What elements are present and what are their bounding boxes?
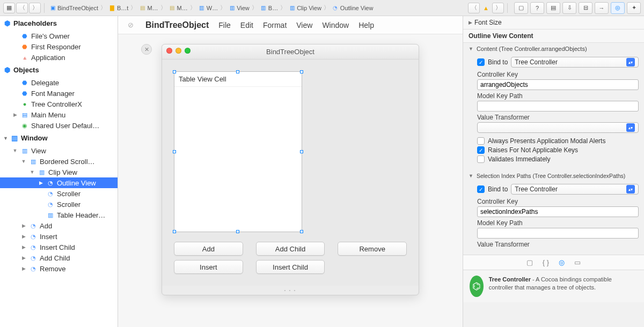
font-size-row[interactable]: ▶Font Size bbox=[463, 16, 644, 29]
lib-code-icon[interactable]: { } bbox=[543, 258, 549, 266]
menu-file[interactable]: File bbox=[218, 21, 231, 29]
extra-insert-child[interactable]: ▶◔Insert Child bbox=[0, 242, 118, 252]
size-inspector-icon[interactable]: ⊟ bbox=[579, 2, 592, 14]
object-tree-controller[interactable]: ●Tree ControllerX bbox=[0, 99, 118, 109]
bindings-inspector: ▶Font Size Outline View Content ▼Content… bbox=[463, 16, 644, 327]
object-font-manager[interactable]: ⬣Font Manager bbox=[0, 88, 118, 99]
traffic-zoom-icon[interactable] bbox=[185, 48, 191, 54]
traffic-close-icon[interactable] bbox=[166, 48, 172, 54]
insert-button[interactable]: Insert bbox=[174, 260, 243, 274]
warning-icon: ▲ bbox=[483, 5, 489, 11]
selection-binding-header[interactable]: ▼Selection Index Paths (Tree Controller.… bbox=[463, 170, 644, 182]
related-items-icon[interactable]: ▦ bbox=[3, 3, 15, 13]
close-doc-icon[interactable]: ⊘ bbox=[128, 21, 134, 29]
outline-view-item[interactable]: ▶◔Outline View bbox=[0, 177, 118, 188]
top-toolbar: ▦ 〈 〉 ▣BindTreeObject〉 ▇B…t〉 ▤M…〉 ▤M…〉 ▥… bbox=[0, 0, 644, 16]
extra-remove[interactable]: ▶◔Remove bbox=[0, 263, 118, 274]
nav-back-button[interactable]: 〈 bbox=[16, 3, 28, 13]
menu-help[interactable]: Help bbox=[358, 21, 374, 29]
opt-modal-alerts-checkbox[interactable] bbox=[477, 137, 485, 145]
editor-canvas: ⊘ BindTreeObject File Edit Format View W… bbox=[118, 16, 463, 327]
outline-view-preview[interactable]: Table View Cell bbox=[174, 71, 302, 232]
document-outline[interactable]: ⬢Placeholders ⬣File's Owner ⬣First Respo… bbox=[0, 16, 118, 327]
remove-button[interactable]: Remove bbox=[338, 242, 407, 256]
window-section[interactable]: ▼▥Window bbox=[0, 131, 118, 145]
extra-insert[interactable]: ▶◔Insert bbox=[0, 231, 118, 242]
opt-raises-checkbox[interactable]: ✓ bbox=[477, 146, 485, 154]
window-view[interactable]: ▼▥View bbox=[0, 145, 118, 156]
clip-view[interactable]: ▼▥Clip View bbox=[0, 167, 118, 177]
traffic-min-icon[interactable] bbox=[175, 48, 181, 54]
tree-controller-icon: ⌬ bbox=[470, 276, 484, 297]
placeholder-application[interactable]: ⟁Application bbox=[0, 52, 118, 63]
window-titlebar: BindTreeObject bbox=[162, 44, 419, 60]
menu-edit[interactable]: Edit bbox=[240, 21, 253, 29]
object-main-menu[interactable]: ▶▤Main Menu bbox=[0, 109, 118, 120]
content-bind-to-checkbox[interactable]: ✓ bbox=[477, 58, 485, 66]
window-preview[interactable]: BindTreeObject Table View Cell Add Add C… bbox=[162, 44, 419, 295]
placeholder-files-owner[interactable]: ⬣File's Owner bbox=[0, 31, 118, 41]
window-proxy-close-icon[interactable]: ✕ bbox=[141, 44, 152, 55]
placeholders-section: ⬢Placeholders bbox=[0, 16, 118, 31]
jump-bar[interactable]: ▣BindTreeObject〉 ▇B…t〉 ▤M…〉 ▤M…〉 ▥W…〉 ▥V… bbox=[48, 4, 467, 12]
lib-object-icon[interactable]: ◎ bbox=[559, 258, 565, 266]
content-bind-to-select[interactable]: Tree Controller▴▾ bbox=[511, 57, 639, 68]
extra-add-child[interactable]: ▶◔Add Child bbox=[0, 252, 118, 263]
lib-media-icon[interactable]: ▭ bbox=[574, 258, 581, 266]
bordered-scroll-view[interactable]: ▼▥Bordered Scroll… bbox=[0, 156, 118, 167]
nav-forward-button[interactable]: 〉 bbox=[29, 3, 41, 13]
scroller-1[interactable]: ◔Scroller bbox=[0, 188, 118, 199]
selection-bind-to-checkbox[interactable]: ✓ bbox=[477, 185, 485, 193]
document-menu-bar: ⊘ BindTreeObject File Edit Format View W… bbox=[118, 16, 463, 34]
content-controller-key-input[interactable] bbox=[477, 79, 639, 90]
jump-next-button[interactable]: 〉 bbox=[492, 3, 504, 13]
content-value-transformer-select[interactable]: ▴▾ bbox=[477, 122, 639, 133]
table-view-cell[interactable]: Table View Cell bbox=[174, 72, 302, 87]
object-shared-defaults[interactable]: ◉Shared User Defaul… bbox=[0, 120, 118, 131]
opt-validates-checkbox[interactable] bbox=[477, 155, 485, 163]
resize-grip-icon[interactable]: • • • bbox=[162, 286, 419, 295]
object-delegate[interactable]: ⬣Delegate bbox=[0, 77, 118, 88]
effects-inspector-icon[interactable]: ✦ bbox=[627, 2, 641, 14]
objects-section: ⬢Objects bbox=[0, 63, 118, 77]
identity-inspector-icon[interactable]: ▤ bbox=[546, 2, 560, 14]
library-filter-icons: ▢ { } ◎ ▭ bbox=[463, 255, 644, 270]
selection-controller-key-input[interactable] bbox=[477, 206, 639, 217]
library-item[interactable]: ⌬ Tree Controller - A Cocoa bindings com… bbox=[463, 270, 644, 302]
scroller-2[interactable]: ◔Scroller bbox=[0, 199, 118, 210]
bindings-inspector-icon[interactable]: ◎ bbox=[611, 2, 625, 14]
extra-add[interactable]: ▶◔Add bbox=[0, 220, 118, 231]
jump-prev-button[interactable]: 〈 bbox=[468, 3, 480, 13]
selection-bind-to-select[interactable]: Tree Controller▴▾ bbox=[511, 184, 639, 195]
lib-file-icon[interactable]: ▢ bbox=[526, 258, 533, 266]
outline-view-content-header: Outline View Content bbox=[463, 29, 644, 43]
content-model-key-path-input[interactable] bbox=[477, 101, 639, 112]
quickhelp-inspector-icon[interactable]: ? bbox=[530, 2, 544, 14]
add-button[interactable]: Add bbox=[174, 242, 243, 256]
file-inspector-icon[interactable]: ▢ bbox=[514, 2, 528, 14]
table-header-view[interactable]: ▥Table Header… bbox=[0, 210, 118, 220]
menu-window[interactable]: Window bbox=[322, 21, 349, 29]
menu-format[interactable]: Format bbox=[263, 21, 287, 29]
placeholder-first-responder[interactable]: ⬣First Responder bbox=[0, 41, 118, 52]
insert-child-button[interactable]: Insert Child bbox=[256, 260, 325, 274]
doc-title: BindTreeObject bbox=[145, 20, 209, 30]
content-binding-header[interactable]: ▼Content (Tree Controller.arrangedObject… bbox=[463, 43, 644, 55]
connections-inspector-icon[interactable]: → bbox=[595, 2, 609, 14]
add-child-button[interactable]: Add Child bbox=[256, 242, 325, 256]
selection-model-key-path-input[interactable] bbox=[477, 228, 639, 239]
menu-view[interactable]: View bbox=[296, 21, 312, 29]
attributes-inspector-icon[interactable]: ⇩ bbox=[562, 2, 576, 14]
inspector-tab-icons: ▢ ? ▤ ⇩ ⊟ → ◎ ✦ bbox=[514, 2, 641, 14]
